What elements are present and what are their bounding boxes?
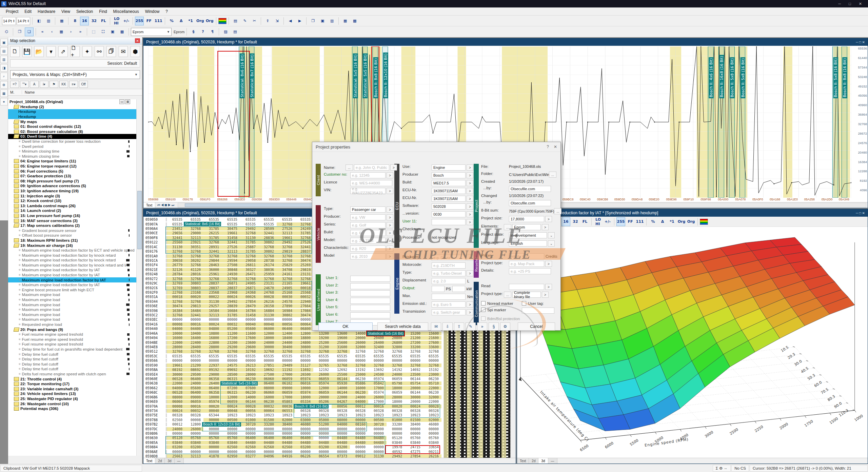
hex-cell[interactable]: 24905	[277, 286, 295, 290]
edge-tool-icon[interactable]: ▦	[0, 90, 8, 97]
hex-cell[interactable]: 00328	[405, 409, 423, 413]
hex-cell[interactable]: 12192	[313, 368, 332, 372]
hex-cell[interactable]: 32800	[387, 345, 405, 349]
hex-cell[interactable]: 10192	[240, 368, 258, 372]
hex-cell[interactable]: 12692	[332, 368, 350, 372]
hex-cell[interactable]: 00036	[277, 405, 295, 408]
map-panel-tool-icon[interactable]: ▾	[46, 46, 56, 57]
hex-cell[interactable]: 47275	[405, 450, 423, 454]
hex-cell[interactable]: 05974	[203, 400, 222, 404]
hex-row[interactable]: 05975E0032800328653441092310923109231092…	[144, 413, 443, 417]
hex-cell[interactable]: 03840	[423, 441, 441, 445]
hex-cell[interactable]: 10800	[203, 332, 222, 335]
hex-cell[interactable]: 00000	[295, 432, 313, 435]
hex-cell[interactable]: 22000	[167, 341, 185, 345]
hex-cell[interactable]: 07200	[222, 386, 240, 390]
hex-cell[interactable]: 32768	[185, 263, 203, 267]
hex-cell[interactable]: 30802	[258, 240, 277, 244]
tree-item[interactable]: ✳Delay time fuel cutoff	[8, 357, 137, 362]
hex-cell[interactable]: 32768	[258, 254, 277, 258]
hex-cell[interactable]: 00000	[423, 359, 441, 362]
hex-cell[interactable]: 00000	[368, 450, 387, 454]
hex-cell[interactable]: 18000	[258, 336, 277, 340]
toolbar1-button[interactable]: Org	[205, 17, 214, 25]
edge-tool-icon[interactable]: ⚙	[0, 81, 8, 88]
tree-item[interactable]: ✳Maximum engine load	[8, 312, 137, 317]
toolbar1-button[interactable]: 32	[90, 17, 98, 25]
menu-miscellaneous[interactable]: Miscellaneous	[110, 8, 142, 15]
hex-row[interactable]: 0596382200024000264002880006443064000610…	[144, 381, 443, 386]
map-panel-tool-icon[interactable]: ✉	[119, 46, 128, 57]
hex-cell[interactable]: 00008	[167, 405, 185, 408]
hex-cell[interactable]: 20000	[405, 400, 423, 404]
hex-cell[interactable]: 05710	[423, 381, 441, 385]
hex-cell[interactable]: 30202	[185, 259, 203, 262]
hex-cell[interactable]: 20400	[368, 336, 387, 340]
hex-cell[interactable]: 04480	[313, 441, 332, 445]
hex-cell[interactable]: 04480	[258, 441, 277, 445]
hex-cell[interactable]: 29594	[222, 259, 240, 262]
hex-cell[interactable]: 65535	[387, 354, 405, 358]
hex-cell[interactable]: 06144	[332, 377, 350, 381]
hex-cell[interactable]: 65535	[203, 354, 222, 358]
hex-cell[interactable]: 05798	[387, 381, 405, 385]
hex-cell[interactable]: 04000	[167, 386, 185, 390]
field-expand-button[interactable]: >	[387, 172, 393, 178]
hex-cell[interactable]: 00000	[350, 450, 368, 454]
hex-cell[interactable]: 00000	[332, 450, 350, 454]
hex-cell[interactable]: 26871	[222, 281, 240, 285]
map3d-tab-—[interactable]: —	[548, 458, 557, 464]
hex-cell[interactable]: 00328	[185, 413, 203, 417]
hex-cell[interactable]: 25200	[313, 341, 332, 345]
hex-cell[interactable]: 32768	[167, 300, 185, 303]
hex-cell[interactable]: 00000	[167, 450, 185, 454]
hex-cell[interactable]: 05974	[368, 391, 387, 394]
field-input[interactable]	[350, 290, 390, 296]
hex-cell[interactable]: 06230	[240, 377, 258, 381]
hex-cell[interactable]: 32768	[203, 277, 222, 281]
hex-cell[interactable]: 30000	[167, 373, 185, 376]
toolbar2-button[interactable]: ▩	[118, 27, 126, 36]
hex-cell[interactable]: 32768	[405, 350, 423, 353]
hex-cell[interactable]: 32441	[203, 250, 222, 253]
hex-cell[interactable]: 00000	[258, 427, 277, 431]
hex-cell[interactable]: 00000	[350, 432, 368, 435]
hex-cell[interactable]: 11200	[222, 332, 240, 335]
hex-cell[interactable]: 06144	[240, 400, 258, 404]
toolbar1-button[interactable]: ▶	[295, 17, 304, 25]
browse-button[interactable]: ...	[346, 164, 353, 171]
tree-item[interactable]: 22: Torque monitoring (17)	[8, 381, 137, 387]
toolbar1-button[interactable]: 111	[154, 17, 163, 25]
hex-cell[interactable]: 22940	[295, 300, 313, 303]
map3d-toolbar-button[interactable]: LO HI	[594, 217, 603, 226]
field-expand-button[interactable]: >	[467, 164, 473, 171]
hex-cell[interactable]: 00056	[332, 405, 350, 408]
hex-cell[interactable]: 29656	[167, 231, 185, 235]
hex-cell[interactable]: 23131	[258, 281, 277, 285]
hex-cell[interactable]: 00000	[313, 359, 332, 362]
hex-cell[interactable]: 12800	[185, 422, 203, 426]
hex-cell[interactable]: 26215	[203, 231, 222, 235]
hex-cell[interactable]: 05974	[368, 377, 387, 381]
hex-cell[interactable]: 00030	[277, 295, 295, 299]
hex-cell[interactable]: 29000	[185, 231, 203, 235]
hex-cell[interactable]: 32113	[277, 231, 295, 235]
hex-cell[interactable]: 00000	[185, 432, 203, 435]
hex-cell[interactable]: 31200	[313, 345, 332, 349]
hex-cell[interactable]: 01500	[258, 418, 277, 422]
tree-item[interactable]: ✳Maximum engine load reduction factor by…	[8, 258, 137, 263]
hex-cell[interactable]: 13600	[332, 332, 350, 335]
hex-cell[interactable]: 04480	[368, 441, 387, 445]
hex-cell[interactable]: 30803	[185, 281, 203, 285]
hex-cell[interactable]: 16884	[258, 309, 277, 313]
toolbar1-button[interactable]: ▤	[231, 17, 240, 25]
hex-cell[interactable]: 33280	[258, 422, 277, 426]
edge-tool-icon[interactable]: ▣	[0, 39, 8, 46]
hex-cell[interactable]: 05760	[222, 436, 240, 440]
hex-cell[interactable]: 08192	[167, 368, 185, 372]
hex-cell[interactable]: 25269	[295, 263, 313, 267]
field-input[interactable]: e.g. 12345	[350, 172, 386, 178]
projects-versions-maps-combo[interactable]: Projects, Versions & Maps: (Ctrl+Shift+F…	[10, 70, 140, 79]
hex-cell[interactable]: 31458	[240, 313, 258, 317]
hex-cell[interactable]: 00008	[167, 322, 185, 326]
